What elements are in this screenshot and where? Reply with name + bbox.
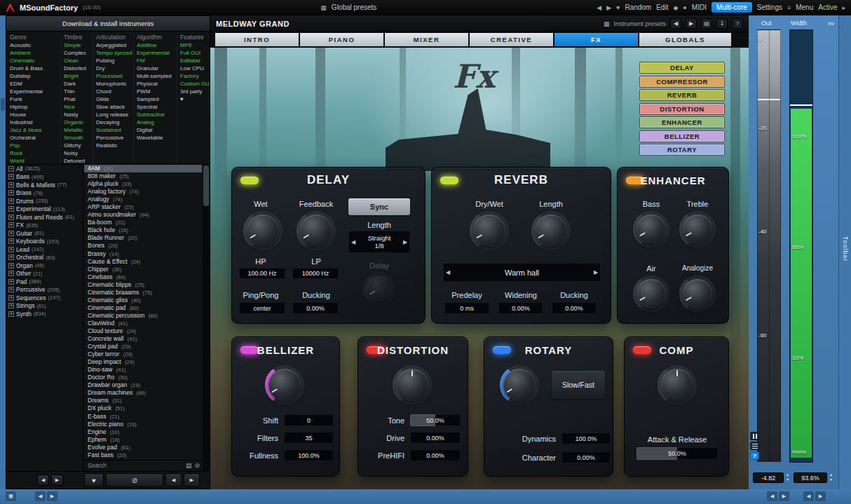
- expand-icon[interactable]: +: [8, 254, 14, 260]
- attack-release-value[interactable]: 50.0%: [636, 447, 718, 460]
- dynamics-value[interactable]: 100.0%: [561, 433, 611, 444]
- preset-cause-effect[interactable]: Cause & Effect (24): [84, 258, 202, 266]
- expand-icon[interactable]: +: [8, 303, 14, 308]
- width-scale-prev-button[interactable]: ◀: [803, 491, 814, 501]
- out-level-meter[interactable]: [757, 29, 781, 463]
- tag-organic[interactable]: Organic: [64, 118, 93, 126]
- tree-item-percussive[interactable]: +Percussive(295): [6, 286, 83, 294]
- delay-wet-knob[interactable]: [243, 211, 282, 250]
- tag-dark[interactable]: Dark: [64, 80, 93, 88]
- expand-icon[interactable]: +: [8, 214, 14, 220]
- tag-smooth[interactable]: Smooth: [64, 134, 93, 142]
- instrument-presets-button[interactable]: Instrument presets: [613, 20, 666, 27]
- fx-chain-rotary[interactable]: ROTARY: [639, 144, 725, 156]
- tab-piano[interactable]: PIANO: [300, 33, 383, 46]
- tag-pop[interactable]: Pop: [10, 142, 60, 149]
- distortion-main-knob[interactable]: [393, 365, 432, 404]
- preset-brassy[interactable]: Brassy (14): [84, 250, 202, 258]
- slow-fast-button[interactable]: Slow/Fast: [552, 371, 605, 399]
- fx-chain-compressor[interactable]: COMPRESSOR: [639, 76, 725, 88]
- settings-button[interactable]: Settings: [757, 4, 782, 11]
- tag-chord[interactable]: Chord: [96, 88, 133, 95]
- global-presets-button[interactable]: Global presets: [332, 4, 376, 11]
- preset-analog-factory[interactable]: Analog factory (74): [84, 188, 202, 196]
- preset-list-icon[interactable]: ▤: [701, 18, 712, 29]
- tag-cinematic[interactable]: Cinematic: [10, 57, 60, 64]
- drive-value[interactable]: 0.00%: [410, 432, 461, 444]
- preset-blade-runner[interactable]: Blade Runner (20): [84, 234, 202, 242]
- preset-drawbar-organ[interactable]: Drawbar organ (19): [84, 381, 202, 389]
- preset-crystal-pad[interactable]: Crystal pad (29): [84, 343, 202, 350]
- tree-prev-button[interactable]: ◀: [37, 475, 49, 486]
- tag-custom-gui[interactable]: Custom GUI: [180, 80, 209, 88]
- preset-alpha-pluck[interactable]: Alpha pluck (33): [84, 180, 202, 188]
- tag-bright[interactable]: Bright: [64, 72, 93, 80]
- tag-arpeggiated[interactable]: Arpeggiated: [96, 41, 133, 49]
- download-install-button[interactable]: Download & Install instruments: [6, 16, 210, 32]
- tag-nasty[interactable]: Nasty: [64, 111, 93, 118]
- reverb-drywet-knob[interactable]: [470, 211, 509, 250]
- preset-fast-bass[interactable]: Fast bass (20): [84, 451, 202, 459]
- preset-ba-boom[interactable]: Ba-boom (22): [84, 219, 202, 226]
- preset-doctor-ro[interactable]: Doctor Ro (30): [84, 374, 202, 381]
- delay-sync-button[interactable]: Sync: [348, 198, 410, 215]
- panel-grip-handle[interactable]: [1, 98, 5, 111]
- toolbar-strip[interactable]: Toolbar: [838, 15, 851, 504]
- tag-dubstep[interactable]: Dubstep: [10, 72, 60, 80]
- expand-icon[interactable]: +: [8, 182, 14, 188]
- collapse-icon[interactable]: −: [8, 166, 14, 172]
- tag-funk[interactable]: Funk: [10, 95, 60, 103]
- tag-thin[interactable]: Thin: [64, 88, 93, 95]
- tab-globals[interactable]: GLOBALS: [639, 33, 731, 46]
- preset-evolve-pad[interactable]: Evolve pad (61): [84, 444, 202, 451]
- width-scale-next-button[interactable]: ▶: [815, 491, 826, 501]
- expand-icon[interactable]: +: [8, 271, 14, 276]
- preset-next-button[interactable]: ▶: [184, 473, 200, 487]
- prehifi-value[interactable]: 0.00%: [410, 449, 461, 461]
- tag-detuned[interactable]: Detuned: [64, 157, 93, 165]
- tone-value[interactable]: 50.0%: [410, 414, 461, 426]
- expand-icon[interactable]: +: [8, 190, 14, 196]
- next-preset-icon[interactable]: ▶: [606, 4, 611, 11]
- width-readout[interactable]: 93.6%: [794, 472, 827, 483]
- expand-icon[interactable]: +: [8, 231, 14, 236]
- preset-arp-stacker[interactable]: ARP stacker (23): [84, 203, 202, 211]
- tag-granular[interactable]: Granular: [137, 64, 177, 72]
- tag-jazz-blues[interactable]: Jazz & blues: [10, 126, 60, 134]
- menu-button[interactable]: Menu: [796, 4, 813, 11]
- tag-orchestral[interactable]: Orchestral: [10, 134, 60, 142]
- tag-rock[interactable]: Rock: [10, 149, 60, 157]
- expand-icon[interactable]: +: [8, 238, 14, 244]
- tag-item[interactable]: ♥: [180, 95, 209, 103]
- tree-item-sequences[interactable]: +Sequences(197): [6, 294, 83, 302]
- preset-dino-saw[interactable]: Dino-saw (41): [84, 366, 202, 374]
- tree-item-drums[interactable]: +Drums(255): [6, 197, 83, 205]
- filters-value[interactable]: 35: [284, 432, 334, 444]
- preset-cinebass[interactable]: Cinebass (60): [84, 273, 202, 281]
- enhancer-air-knob[interactable]: [633, 275, 669, 312]
- tag-drum-bass[interactable]: Drum & Bass: [10, 64, 60, 72]
- tag-full-gui[interactable]: Full GUI: [180, 49, 209, 57]
- preset-scrollbar[interactable]: [203, 165, 210, 470]
- tree-next-button[interactable]: ▶: [51, 475, 63, 486]
- enhancer-analogize-knob[interactable]: [679, 275, 716, 312]
- expand-icon[interactable]: +: [8, 174, 14, 179]
- fx-chain-bellizer[interactable]: BELLIZER: [639, 130, 725, 142]
- preset-atmo-soundmaker[interactable]: Atmo soundmaker (94): [84, 211, 202, 219]
- tag-editable[interactable]: Editable: [180, 57, 209, 64]
- diamond-icon[interactable]: ◆: [673, 4, 678, 11]
- prev-instrument-preset-button[interactable]: ◀: [670, 18, 681, 29]
- tag-experimental[interactable]: Experimental: [137, 49, 177, 57]
- tag-pulsing[interactable]: Pulsing: [96, 57, 133, 64]
- reverb-length-knob[interactable]: [531, 211, 571, 250]
- next-length-icon[interactable]: ▶: [400, 231, 410, 253]
- tag-simple[interactable]: Simple: [64, 41, 93, 49]
- tag-3rd-party[interactable]: 3rd party: [180, 88, 209, 95]
- favorite-icon[interactable]: ♥: [616, 4, 620, 11]
- preset-cinematic-blipps[interactable]: Cinematic blipps (25): [84, 281, 202, 289]
- tag-ambient[interactable]: Ambient: [10, 49, 60, 57]
- tree-item-lead[interactable]: +Lead(142): [6, 245, 83, 254]
- preset-ephem[interactable]: Ephem (18): [84, 436, 202, 444]
- record-icon[interactable]: ●: [683, 4, 686, 11]
- preset-prev-button[interactable]: ◀: [165, 473, 182, 487]
